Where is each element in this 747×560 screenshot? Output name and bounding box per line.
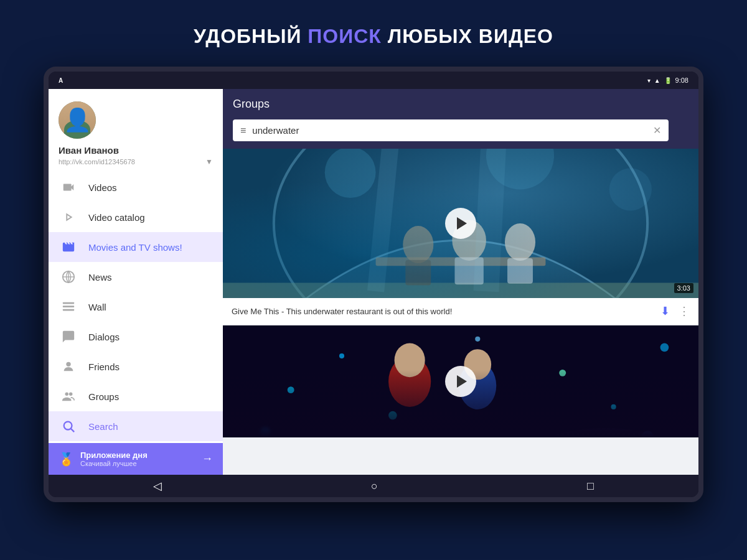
svg-point-39 xyxy=(537,428,673,437)
svg-point-8 xyxy=(69,393,73,396)
videos-list: 3:03 Give Me This - This underwater rest… xyxy=(223,149,698,475)
video-catalog-icon xyxy=(61,210,76,225)
svg-rect-23 xyxy=(507,258,533,284)
sidebar-item-label-news: News xyxy=(88,272,112,282)
svg-point-6 xyxy=(66,362,70,366)
app-of-day-arrow-icon: → xyxy=(202,452,213,465)
user-name: Иван Иванов xyxy=(59,145,119,156)
sidebar-item-groups[interactable]: Groups xyxy=(49,381,223,411)
sidebar-item-label-wall: Wall xyxy=(88,302,106,312)
svg-point-28 xyxy=(339,353,344,358)
user-profile[interactable]: Иван Иванов http://vk.com/id12345678 ▼ xyxy=(49,89,223,172)
dropdown-arrow-icon[interactable]: ▼ xyxy=(205,157,213,166)
svg-rect-16 xyxy=(223,283,698,299)
svg-point-14 xyxy=(486,149,554,189)
svg-point-35 xyxy=(395,343,425,378)
sidebar-item-label-movies: Movies and TV shows! xyxy=(88,242,182,253)
svg-point-40 xyxy=(260,427,270,437)
app-of-day-banner[interactable]: 🏅 Приложение дня Скачивай лучшее → xyxy=(49,443,223,475)
video-card-2[interactable] xyxy=(223,325,698,437)
home-button[interactable]: ○ xyxy=(359,477,390,495)
svg-point-15 xyxy=(609,168,652,210)
status-right-area: ▾ ▲ 🔋 9:08 xyxy=(647,77,688,84)
avatar xyxy=(59,101,96,139)
svg-point-7 xyxy=(65,393,69,396)
sidebar-item-video-catalog[interactable]: Video catalog xyxy=(49,202,223,232)
sidebar-item-label-video-catalog: Video catalog xyxy=(88,212,145,223)
page-title: УДОБНЫЙ ПОИСК ЛЮБЫХ ВИДЕО xyxy=(181,0,566,67)
svg-point-31 xyxy=(611,404,616,409)
sidebar-item-wall[interactable]: Wall xyxy=(49,292,223,322)
svg-point-27 xyxy=(288,386,294,393)
svg-rect-21 xyxy=(454,258,483,285)
dialogs-icon xyxy=(61,329,76,344)
play-button-2[interactable] xyxy=(445,366,476,397)
svg-rect-17 xyxy=(376,258,546,266)
groups-icon xyxy=(61,389,76,404)
search-bar: ≡ underwater ✕ xyxy=(223,119,698,149)
section-title: Groups xyxy=(233,98,688,111)
friends-icon xyxy=(61,359,76,374)
video-card-1[interactable]: 3:03 Give Me This - This underwater rest… xyxy=(223,149,698,324)
user-url: http://vk.com/id12345678 xyxy=(59,158,135,166)
wifi-icon: ▾ xyxy=(647,77,651,84)
sidebar-item-friends[interactable]: Friends xyxy=(49,352,223,381)
sidebar-item-videos[interactable]: Videos xyxy=(49,172,223,202)
app-of-day-title: Приложение дня xyxy=(80,450,195,460)
svg-line-24 xyxy=(376,149,393,291)
news-icon xyxy=(61,269,76,284)
more-options-icon-1[interactable]: ⋮ xyxy=(679,304,690,318)
video-title-1: Give Me This - This underwater restauran… xyxy=(232,307,660,316)
search-input-container[interactable]: ≡ underwater ✕ xyxy=(233,119,669,141)
sidebar-item-dialogs[interactable]: Dialogs xyxy=(49,322,223,352)
trophy-icon: 🏅 xyxy=(59,452,74,467)
sidebar-item-label-search: Search xyxy=(88,421,118,432)
svg-point-33 xyxy=(475,337,480,342)
bottom-nav: ◁ ○ □ xyxy=(49,475,698,497)
sidebar-item-label-groups: Groups xyxy=(88,391,119,402)
filter-icon[interactable] xyxy=(675,122,688,139)
back-button[interactable]: ◁ xyxy=(141,477,174,495)
title-highlight: ПОИСК xyxy=(308,25,382,47)
video-thumbnail-2 xyxy=(223,325,698,437)
wall-icon xyxy=(61,299,76,314)
title-part1: УДОБНЫЙ xyxy=(194,25,308,47)
movies-icon xyxy=(61,240,76,254)
sidebar: Иван Иванов http://vk.com/id12345678 ▼ V… xyxy=(49,89,223,475)
svg-line-10 xyxy=(71,429,74,432)
sidebar-item-label-videos: Videos xyxy=(88,182,117,193)
sidebar-item-news[interactable]: News xyxy=(49,262,223,292)
svg-point-13 xyxy=(325,149,376,198)
time-display: 9:08 xyxy=(675,77,688,84)
search-query-text: underwater xyxy=(252,125,647,136)
download-icon-1[interactable]: ⬇ xyxy=(660,304,670,318)
sidebar-item-search[interactable]: Search xyxy=(49,411,223,441)
tablet-device: A ▾ ▲ 🔋 9:08 Иван Иванов http://vk.com/i… xyxy=(44,67,703,502)
video-info-1: Give Me This - This underwater restauran… xyxy=(223,298,698,324)
svg-rect-4 xyxy=(63,306,74,307)
svg-point-38 xyxy=(257,437,359,437)
nav-menu: Videos Video catalog Movies and TV shows… xyxy=(49,172,223,443)
search-icon xyxy=(61,419,76,434)
signal-icon: ▲ xyxy=(654,77,660,84)
svg-point-30 xyxy=(559,370,566,376)
status-bar: A ▾ ▲ 🔋 9:08 xyxy=(49,72,698,89)
svg-point-32 xyxy=(660,343,669,352)
title-part2: ЛЮБЫХ ВИДЕО xyxy=(382,25,553,47)
play-button-1[interactable] xyxy=(445,208,476,239)
recents-button[interactable]: □ xyxy=(575,477,606,495)
battery-icon: 🔋 xyxy=(664,77,672,84)
clear-search-icon[interactable]: ✕ xyxy=(653,124,661,136)
svg-rect-19 xyxy=(405,260,431,286)
svg-point-29 xyxy=(388,411,397,420)
videos-icon xyxy=(61,180,76,195)
video-duration-1: 3:03 xyxy=(674,283,693,293)
video-actions-1: ⬇ ⋮ xyxy=(660,304,690,318)
sidebar-item-movies[interactable]: Movies and TV shows! xyxy=(49,232,223,262)
app-of-day-subtitle: Скачивай лучшее xyxy=(80,460,195,467)
svg-line-25 xyxy=(486,149,495,291)
user-url-row: http://vk.com/id12345678 ▼ xyxy=(59,157,213,166)
main-header: Groups xyxy=(223,89,698,119)
svg-point-18 xyxy=(403,226,433,263)
video-thumbnail-1: 3:03 xyxy=(223,149,698,298)
